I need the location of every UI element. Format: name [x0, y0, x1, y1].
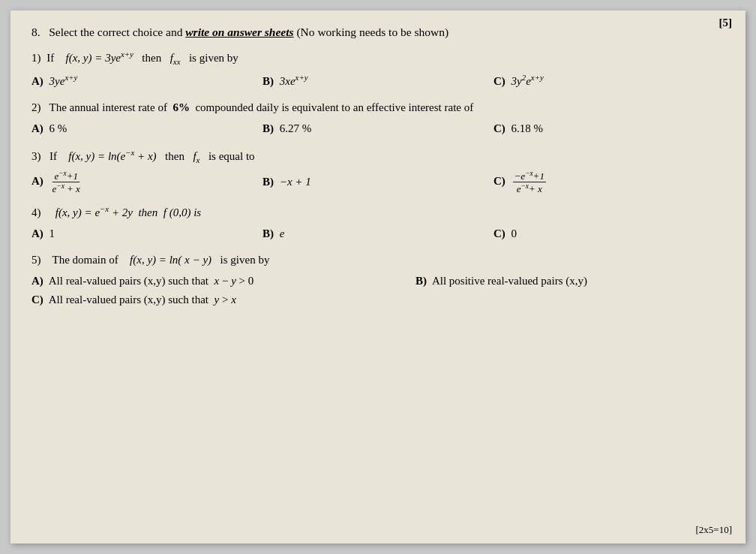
top-score: [5] [719, 17, 733, 29]
q3-a-den: e−x + x [51, 182, 82, 195]
q2-answer-b: B) 6.27 % [262, 119, 494, 139]
q4-c-label: C) [494, 227, 506, 239]
q4-number: 4) [32, 204, 41, 221]
q1-math: f(x, y) = 3yex+y [66, 48, 134, 67]
q5-answers: A) All real-valued pairs (x,y) such that… [32, 272, 724, 310]
q1-if: If [44, 50, 63, 67]
q1-fxx: fxx [170, 50, 181, 68]
q4-a-text: 1 [50, 227, 56, 239]
q2-a-text: 6 % [50, 122, 68, 134]
q5-number: 5) [32, 251, 41, 269]
q2-b-label: B) [262, 122, 274, 134]
q5-text: The domain of [44, 251, 128, 269]
q1-b-label: B) [262, 75, 274, 87]
q3-c-num: −e−x+1 [513, 170, 546, 183]
q1-c-text: 3y2ex+y [512, 75, 544, 87]
question-4: 4) f(x, y) = e−x + 2y then f (0,0) is [32, 203, 724, 221]
section-title: Select the correct choice and [49, 26, 182, 38]
q1-number: 1) [32, 50, 41, 67]
q2-b-text: 6.27 % [280, 122, 312, 134]
exam-page: [5] 8. Select the correct choice and wri… [10, 11, 746, 543]
q5-ans-row2: C) All real-valued pairs (x,y) such that… [32, 291, 724, 310]
q3-a-num: e−x+1 [52, 170, 80, 183]
section-number: 8. [32, 26, 40, 38]
q4-b-label: B) [262, 227, 274, 239]
q1-b-text: 3xex+y [280, 75, 308, 87]
q2-answers: A) 6 % B) 6.27 % C) 6.18 % [32, 119, 724, 139]
q4-answer-c: C) 0 [494, 224, 724, 244]
q5-b-label: B) [416, 275, 427, 287]
q5-ans-row1: A) All real-valued pairs (x,y) such that… [32, 272, 724, 291]
q2-a-label: A) [32, 122, 44, 134]
q4-c-text: 0 [512, 227, 518, 239]
q5-answer-a: A) All real-valued pairs (x,y) such that… [32, 272, 416, 291]
q3-then: then [160, 148, 190, 165]
q1-a-label: A) [32, 75, 44, 87]
q3-a-fraction: e−x+1 e−x + x [51, 170, 82, 195]
q3-b-text: −x + 1 [280, 176, 311, 188]
q1-answer-b: B) 3xex+y [262, 71, 494, 92]
q4-answers: A) 1 B) e C) 0 [32, 224, 724, 244]
q3-c-fraction: −e−x+1 e−x+ x [513, 170, 546, 195]
q1-answer-c: C) 3y2ex+y [494, 71, 724, 92]
q1-answer-a: A) 3yex+y [32, 71, 262, 92]
q3-answer-a: A) e−x+1 e−x + x [32, 170, 262, 195]
question-2: 2) The annual interest rate of 6% compou… [32, 99, 724, 116]
q3-if: If [44, 148, 66, 165]
q2-answer-c: C) 6.18 % [494, 119, 724, 139]
q2-c-text: 6.18 % [512, 122, 544, 134]
q3-answer-c: C) −e−x+1 e−x+ x [494, 170, 724, 195]
q4-a-label: A) [32, 227, 44, 239]
q1-then: then [136, 50, 167, 67]
q5-a-label: A) [32, 275, 44, 287]
q5-answer-b: B) All positive real-valued pairs (x,y) [416, 272, 724, 291]
q2-number: 2) [32, 101, 41, 113]
q3-number: 3) [32, 148, 41, 165]
q5-answer-c: C) All real-valued pairs (x,y) such that… [32, 291, 724, 310]
bottom-score: [2x5=10] [696, 524, 733, 536]
q1-answers: A) 3yex+y B) 3xex+y C) 3y2ex+y [32, 71, 724, 92]
q3-answers: A) e−x+1 e−x + x B) −x + 1 C) −e−x+1 e−x… [32, 170, 724, 195]
q5-c-text: All real-valued pairs (x,y) such that y … [49, 294, 236, 306]
q1-a-text: 3yex+y [50, 75, 78, 87]
q5-a-text: All real-valued pairs (x,y) such that x … [49, 275, 254, 287]
question-3: 3) If f(x, y) = ln(e−x + x) then fx is e… [32, 146, 724, 166]
q4-b-text: e [280, 227, 285, 239]
q1-c-label: C) [494, 75, 506, 87]
q3-c-label: C) [494, 175, 506, 187]
q3-answer-b: B) −x + 1 [262, 172, 494, 192]
q5-isgiven: is given by [214, 251, 269, 269]
q3-math: f(x, y) = ln(e−x + x) [68, 146, 156, 165]
q5-math: f(x, y) = ln( x − y) [130, 251, 212, 269]
q2-c-label: C) [494, 122, 506, 134]
q4-math: f(x, y) = e−x + 2y then f (0,0) is [56, 203, 201, 221]
q2-answer-a: A) 6 % [32, 119, 262, 139]
section-note: (No working needs to be shown) [296, 26, 448, 38]
q5-c-label: C) [32, 294, 44, 306]
q3-b-label: B) [262, 176, 274, 188]
section-header: 8. Select the correct choice and write o… [32, 24, 724, 41]
question-5: 5) The domain of f(x, y) = ln( x − y) is… [32, 251, 724, 269]
q4-answer-a: A) 1 [32, 224, 262, 244]
q5-b-text: All positive real-valued pairs (x,y) [432, 275, 587, 287]
q3-is-equal: is equal to [202, 148, 254, 165]
q3-fx: fx [193, 148, 200, 166]
q4-spacer [44, 204, 52, 221]
question-1: 1) If f(x, y) = 3yex+y then fxx is given… [32, 48, 724, 68]
q2-text: The annual interest rate of 6% compounde… [44, 101, 473, 113]
section-bold-italic: write on answer sheets [185, 26, 293, 38]
q3-a-label: A) [32, 175, 44, 187]
q3-c-den: e−x+ x [515, 182, 544, 195]
q4-answer-b: B) e [262, 224, 494, 244]
q1-is-given-by: is given by [183, 50, 238, 67]
